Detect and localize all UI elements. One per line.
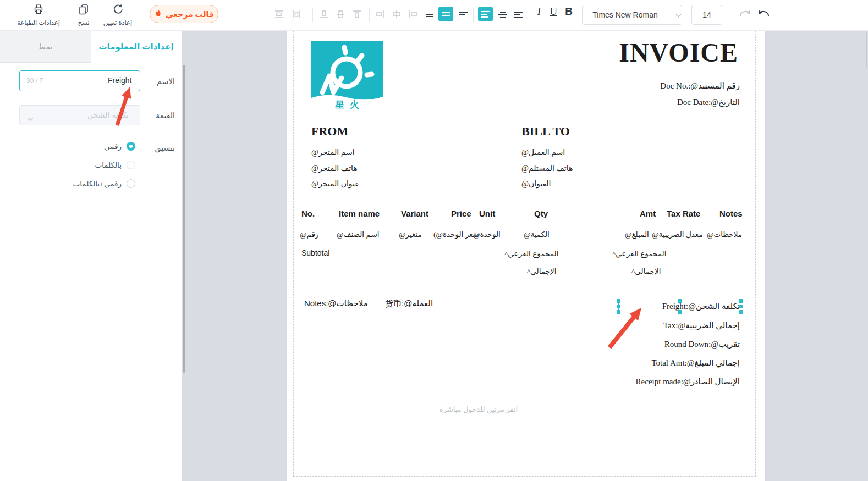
distribute-horizontal-icon[interactable] bbox=[290, 8, 303, 20]
radio-option-numeric-words[interactable]: رقمي+بالكلمات bbox=[73, 179, 135, 188]
radio-label: رقمي bbox=[104, 142, 122, 151]
col-header-price[interactable]: Price bbox=[451, 209, 471, 218]
underline-button[interactable]: U bbox=[547, 5, 560, 18]
window-scrollbar[interactable] bbox=[866, 33, 867, 68]
col-header-amt[interactable]: Amt bbox=[640, 209, 656, 218]
invoice-page[interactable]: 星火 INVOICE Doc No.:@رقم المستند Doc Date… bbox=[287, 31, 765, 481]
store-logo[interactable]: 星火 bbox=[311, 41, 383, 113]
row-no-placeholder[interactable]: @رقم bbox=[300, 230, 318, 239]
radio-selected-icon bbox=[127, 142, 135, 151]
selection-handle[interactable] bbox=[739, 310, 743, 314]
align-left-icon[interactable] bbox=[407, 8, 419, 20]
col-header-no[interactable]: No. bbox=[301, 209, 315, 218]
text-valign-middle-icon-active[interactable] bbox=[438, 7, 453, 21]
text-valign-bottom-icon[interactable] bbox=[424, 8, 436, 20]
text-align-justify-icon[interactable] bbox=[512, 8, 524, 20]
notes-field[interactable]: Notes:@ملاحظات bbox=[304, 298, 368, 308]
copy-button[interactable]: نسخ bbox=[72, 3, 96, 26]
tax-field[interactable]: Tax:@إجمالي الضريبية bbox=[663, 320, 740, 330]
col-header-variant[interactable]: Variant bbox=[401, 209, 428, 218]
reset-label: إعادة تعيين bbox=[103, 19, 132, 26]
align-bottom-icon[interactable] bbox=[318, 8, 330, 20]
red-pointer-arrow bbox=[107, 82, 140, 135]
row-item-placeholder[interactable]: @اسم الصنف bbox=[337, 230, 379, 239]
text-align-right-icon-active[interactable] bbox=[478, 7, 493, 21]
tab-style-label: نمط bbox=[39, 42, 52, 51]
radio-icon bbox=[127, 179, 135, 188]
col-header-qty[interactable]: Qty bbox=[534, 209, 548, 218]
col-header-notes[interactable]: Notes bbox=[719, 209, 743, 218]
canvas-scrollbar[interactable] bbox=[183, 65, 185, 373]
align-right-icon[interactable] bbox=[374, 8, 386, 20]
doc-date-field[interactable]: Doc Date:@التاريخ bbox=[677, 97, 740, 107]
align-middle-icon[interactable] bbox=[334, 8, 347, 20]
red-pointer-arrow bbox=[602, 302, 652, 355]
invoice-title[interactable]: INVOICE bbox=[619, 37, 738, 68]
col-header-taxrate[interactable]: Tax Rate bbox=[667, 209, 700, 218]
double-click-hint: انقر مرتين للدخول مباشرة bbox=[413, 405, 545, 413]
from-heading[interactable]: FROM bbox=[311, 124, 348, 139]
font-size-input[interactable]: 14 bbox=[691, 5, 722, 25]
reference-template-button[interactable]: قالب مرجعي bbox=[150, 5, 218, 23]
radio-option-numeric[interactable]: رقمي bbox=[104, 142, 135, 151]
receipt-made-field[interactable]: Receipt made:@الإيصال الصادر bbox=[636, 377, 740, 386]
reset-button[interactable]: إعادة تعيين bbox=[101, 3, 135, 26]
tab-info-settings-label: إعدادات المعلومات bbox=[98, 42, 173, 52]
selection-handle[interactable] bbox=[678, 299, 682, 303]
printer-icon bbox=[32, 3, 45, 18]
store-name-field[interactable]: @اسم المتجر bbox=[311, 148, 355, 157]
subtotal-label[interactable]: Subtotal bbox=[301, 248, 329, 257]
name-field-label: الاسم bbox=[157, 77, 175, 86]
logo-text: 星火 bbox=[311, 98, 383, 111]
address-field[interactable]: @العنوان bbox=[521, 179, 551, 189]
row-variant-placeholder[interactable]: @متغير bbox=[399, 230, 422, 239]
italic-button[interactable]: I bbox=[532, 5, 546, 18]
row-notes-placeholder[interactable]: @ملاحظات bbox=[707, 230, 742, 239]
customer-name-field[interactable]: @اسم العميل bbox=[521, 148, 565, 157]
selection-handle[interactable] bbox=[678, 310, 682, 314]
align-center-icon[interactable] bbox=[391, 8, 403, 20]
copy-label: نسخ bbox=[78, 19, 90, 26]
redo-button[interactable] bbox=[738, 6, 752, 20]
total-amt-field[interactable]: Total Amt:@إجمالي المبلغ bbox=[651, 358, 740, 368]
round-down-field[interactable]: Round Down:@تقريب bbox=[664, 339, 740, 349]
text-align-center-icon[interactable] bbox=[497, 8, 509, 20]
font-family-select[interactable]: Times New Roman bbox=[582, 5, 682, 25]
row-qty-placeholder[interactable]: @الكمية bbox=[524, 230, 550, 239]
receiver-phone-field[interactable]: @هاتف المستلم bbox=[521, 164, 573, 173]
tab-style[interactable]: نمط bbox=[0, 31, 91, 63]
row-taxrate-placeholder[interactable]: @معدل الضريبية bbox=[652, 230, 703, 239]
align-top-icon[interactable] bbox=[351, 8, 363, 20]
store-phone-field[interactable]: @هاتف المتجر bbox=[311, 164, 358, 173]
selection-handle[interactable] bbox=[739, 299, 743, 303]
text-valign-top-icon[interactable] bbox=[457, 8, 469, 20]
subtotal-qty-placeholder[interactable]: ^المجموع الفرعي bbox=[504, 249, 558, 258]
currency-field[interactable]: 货币:@العملة bbox=[385, 298, 433, 309]
grand-total-amt-placeholder[interactable]: ^الإجمالي bbox=[631, 267, 661, 276]
row-price-placeholder[interactable]: (@سعر الوحدة bbox=[433, 230, 479, 239]
subtotal-amt-placeholder[interactable]: ^المجموع الفرعي bbox=[612, 249, 666, 258]
editor-canvas: 星火 INVOICE Doc No.:@رقم المستند Doc Date… bbox=[182, 31, 868, 481]
selection-handle[interactable] bbox=[739, 305, 743, 308]
bill-to-heading[interactable]: BILL TO bbox=[521, 124, 570, 139]
col-header-item[interactable]: Item name bbox=[339, 209, 380, 218]
font-size-value: 14 bbox=[692, 10, 722, 19]
store-address-field[interactable]: @عنوان المتجر bbox=[311, 179, 360, 189]
toolbar-separator bbox=[369, 8, 370, 22]
bold-button[interactable]: B bbox=[562, 5, 575, 18]
col-header-unit[interactable]: Unit bbox=[479, 209, 495, 218]
row-amt-placeholder[interactable]: @المبلغ bbox=[625, 230, 649, 239]
toolbar-separator bbox=[67, 7, 67, 23]
doc-no-field[interactable]: Doc No.:@رقم المستند bbox=[660, 81, 740, 91]
undo-button[interactable] bbox=[756, 6, 771, 20]
font-family-value: Times New Roman bbox=[583, 10, 668, 19]
distribute-vertical-icon[interactable] bbox=[273, 8, 285, 20]
print-settings-label: إعدادات الطباعة bbox=[17, 19, 60, 26]
value-field-label: القيمة bbox=[156, 111, 175, 120]
char-counter: 30 / 7 bbox=[26, 77, 43, 85]
row-unit-placeholder[interactable]: @الوحدة bbox=[473, 230, 501, 239]
print-settings-button[interactable]: إعدادات الطباعة bbox=[15, 3, 62, 26]
grand-total-qty-placeholder[interactable]: ^الإجمالي bbox=[527, 267, 556, 276]
radio-option-words[interactable]: بالكلمات bbox=[95, 161, 135, 169]
tab-info-settings[interactable]: إعدادات المعلومات bbox=[91, 31, 182, 63]
